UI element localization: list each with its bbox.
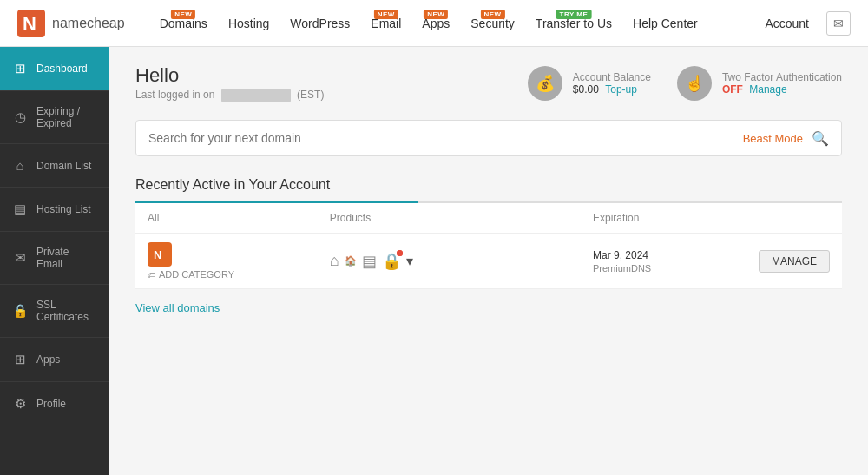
hello-title: Hello [135, 64, 324, 87]
nav-transfer[interactable]: TRY ME Transfer to Us [527, 11, 621, 36]
ssl-icon: 🔒 [12, 303, 28, 319]
topup-link[interactable]: Top-up [605, 83, 637, 96]
nav-account[interactable]: Account [756, 11, 818, 36]
col-actions [746, 203, 842, 234]
sidebar-label-domain-list: Domain List [36, 160, 91, 172]
email-product-icon: ▤ [362, 252, 377, 271]
apps-sidebar-icon: ⊞ [12, 352, 28, 367]
nav-help[interactable]: Help Center [624, 11, 707, 36]
nav-hosting[interactable]: Hosting [220, 11, 278, 36]
nav-right: Account ✉ [756, 11, 851, 36]
sidebar-item-domain-list[interactable]: ⌂ Domain List [0, 144, 109, 188]
domain-list-icon: ⌂ [12, 158, 28, 173]
envelope-icon: ✉ [833, 16, 844, 30]
private-email-icon: ✉ [12, 250, 28, 266]
2fa-icon: ☝ [677, 66, 712, 101]
hosting-sub-icon: 🏠 [345, 255, 357, 267]
view-all-domains-link[interactable]: View all domains [135, 301, 842, 314]
nav-email[interactable]: NEW Email [362, 11, 410, 36]
hello-cards: 💰 Account Balance $0.00 Top-up ☝ [528, 66, 842, 101]
sidebar-item-private-email[interactable]: ✉ Private Email [0, 232, 109, 285]
sidebar-item-profile[interactable]: ⚙ Profile [0, 382, 109, 426]
nav-security[interactable]: NEW Security [462, 11, 523, 36]
email-badge: NEW [374, 10, 398, 19]
2fa-status: OFF Manage [722, 83, 842, 96]
domain-table: All Products Expiration N [135, 203, 842, 289]
svg-text:N: N [23, 13, 36, 35]
nav-links: NEW Domains Hosting WordPress NEW Email … [151, 11, 757, 36]
sidebar: ⊞ Dashboard ◷ Expiring / Expired ⌂ Domai… [0, 47, 109, 475]
nav-domains[interactable]: NEW Domains [151, 11, 216, 36]
fingerprint-icon: ☝ [685, 74, 704, 93]
last-logged: Last logged in on (EST) [135, 89, 324, 102]
transfer-badge: TRY ME [556, 10, 592, 19]
sidebar-label-expiring: Expiring / Expired [36, 105, 97, 129]
product-icons: ⌂ 🏠 ▤ 🔒 ▾ [330, 252, 569, 271]
account-balance-card: 💰 Account Balance $0.00 Top-up [528, 66, 651, 101]
sidebar-item-apps[interactable]: ⊞ Apps [0, 338, 109, 382]
sidebar-label-ssl: SSL Certificates [36, 299, 97, 323]
expiration-product: PremiumDNS [593, 263, 734, 274]
sidebar-item-hosting-list[interactable]: ▤ Hosting List [0, 188, 109, 232]
table-row: N 🏷 ADD CATEGORY ⌂ [135, 234, 842, 289]
balance-symbol: 💰 [536, 74, 555, 93]
sidebar-label-apps: Apps [36, 353, 60, 366]
apps-badge: NEW [424, 10, 448, 19]
domain-cell: N 🏷 ADD CATEGORY [135, 234, 318, 289]
main-content: Hello Last logged in on (EST) 💰 Account … [109, 47, 868, 475]
sidebar-item-dashboard[interactable]: ⊞ Dashboard [0, 47, 109, 91]
search-bar: Beast Mode 🔍 [135, 120, 842, 156]
sidebar-label-private-email: Private Email [36, 246, 97, 270]
brand-name: namecheap [52, 16, 125, 31]
sidebar-item-ssl[interactable]: 🔒 SSL Certificates [0, 285, 109, 338]
expiration-cell: Mar 9, 2024 PremiumDNS [581, 234, 746, 289]
hello-text: Hello Last logged in on (EST) [135, 64, 324, 102]
envelope-button[interactable]: ✉ [826, 11, 851, 36]
balance-info: Account Balance $0.00 Top-up [573, 71, 651, 96]
row-dropdown-icon[interactable]: ▾ [406, 253, 413, 269]
dashboard-icon: ⊞ [12, 61, 28, 76]
col-all: All [135, 203, 318, 234]
search-input[interactable] [148, 131, 743, 145]
security-badge: NEW [480, 10, 504, 19]
logo[interactable]: N namecheap [17, 10, 125, 37]
two-factor-card: ☝ Two Factor Authentication OFF Manage [677, 66, 842, 101]
domains-badge: NEW [171, 10, 195, 19]
beast-mode-label[interactable]: Beast Mode [743, 132, 803, 145]
nav-wordpress[interactable]: WordPress [281, 11, 358, 36]
sidebar-label-profile: Profile [36, 398, 66, 410]
hosting-list-icon: ▤ [12, 201, 28, 217]
manage-button[interactable]: MANAGE [759, 250, 830, 273]
2fa-label: Two Factor Authentication [722, 71, 842, 83]
col-expiration: Expiration [581, 203, 746, 234]
balance-label: Account Balance [573, 71, 651, 83]
sidebar-label-dashboard: Dashboard [36, 63, 88, 75]
add-category[interactable]: 🏷 ADD CATEGORY [148, 269, 306, 280]
recently-active-section: Recently Active in Your Account All Prod… [135, 177, 842, 314]
recently-active-title: Recently Active in Your Account [135, 177, 842, 193]
svg-text:N: N [154, 248, 161, 261]
manage-cell: MANAGE [746, 234, 842, 289]
search-icon[interactable]: 🔍 [812, 130, 829, 147]
domain-icon: N [148, 242, 172, 267]
main-layout: ⊞ Dashboard ◷ Expiring / Expired ⌂ Domai… [0, 47, 868, 475]
tag-icon: 🏷 [148, 270, 156, 280]
expiring-icon: ◷ [12, 109, 28, 125]
balance-icon: 💰 [528, 66, 562, 101]
sidebar-label-hosting-list: Hosting List [36, 203, 91, 215]
balance-amount: $0.00 Top-up [573, 83, 651, 96]
profile-icon: ⚙ [12, 396, 28, 412]
dns-product-icon: 🔒 [382, 252, 401, 271]
last-login-value [221, 89, 291, 102]
sidebar-item-expiring[interactable]: ◷ Expiring / Expired [0, 91, 109, 144]
hosting-product-icon: ⌂ [330, 252, 339, 270]
expiration-date: Mar 9, 2024 [593, 249, 734, 261]
top-nav: N namecheap NEW Domains Hosting WordPres… [0, 0, 868, 47]
2fa-info: Two Factor Authentication OFF Manage [722, 71, 842, 96]
hello-section: Hello Last logged in on (EST) 💰 Account … [135, 64, 842, 102]
products-cell: ⌂ 🏠 ▤ 🔒 ▾ [318, 234, 581, 289]
col-products: Products [318, 203, 581, 234]
manage-2fa-link[interactable]: Manage [749, 83, 786, 96]
nav-apps[interactable]: NEW Apps [413, 11, 458, 36]
